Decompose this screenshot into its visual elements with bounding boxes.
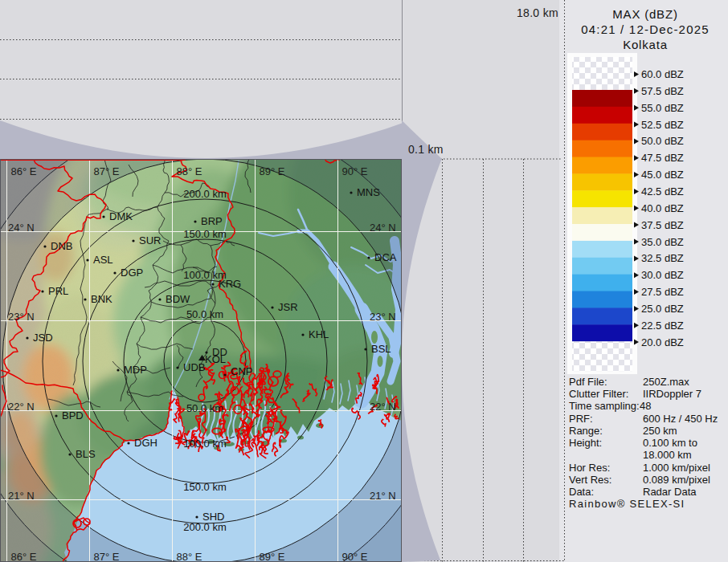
svg-text:86° E: 86° E bbox=[11, 551, 37, 562]
svg-text:47.5 dBZ: 47.5 dBZ bbox=[641, 152, 684, 164]
svg-text:30.0 dBZ: 30.0 dBZ bbox=[641, 269, 684, 281]
svg-text:35.0 dBZ: 35.0 dBZ bbox=[641, 236, 684, 248]
svg-text:0.100 km to: 0.100 km to bbox=[643, 437, 697, 449]
svg-text:23° N: 23° N bbox=[8, 311, 35, 323]
svg-text:DCA: DCA bbox=[374, 251, 397, 263]
svg-text:CNP: CNP bbox=[231, 365, 252, 377]
svg-text:27.5 dBZ: 27.5 dBZ bbox=[641, 286, 684, 298]
svg-text:UDB: UDB bbox=[183, 361, 205, 373]
svg-text:SHD: SHD bbox=[202, 511, 224, 523]
svg-text:18.0 km: 18.0 km bbox=[517, 6, 558, 19]
svg-text:52.5 dBZ: 52.5 dBZ bbox=[641, 119, 684, 131]
svg-text:JSD: JSD bbox=[33, 332, 53, 344]
svg-text:SUR: SUR bbox=[139, 234, 161, 246]
svg-text:90° E: 90° E bbox=[342, 551, 368, 562]
svg-text:Rainbow® SELEX-SI: Rainbow® SELEX-SI bbox=[569, 498, 685, 510]
svg-text:BRP: BRP bbox=[201, 215, 223, 227]
svg-text:Clutter Filter:: Clutter Filter: bbox=[569, 388, 628, 400]
svg-text:250Z.max: 250Z.max bbox=[643, 376, 689, 388]
svg-text:21° N: 21° N bbox=[8, 490, 35, 502]
svg-text:55.0 dBZ: 55.0 dBZ bbox=[641, 102, 684, 114]
svg-text:88° E: 88° E bbox=[177, 551, 202, 562]
svg-text:50.0 km: 50.0 km bbox=[186, 308, 223, 320]
svg-text:PRL: PRL bbox=[48, 285, 68, 297]
svg-text:DGP: DGP bbox=[121, 267, 143, 279]
svg-text:IIRDoppler 7: IIRDoppler 7 bbox=[643, 388, 701, 400]
svg-text:18.000 km: 18.000 km bbox=[643, 449, 692, 461]
svg-text:90° E: 90° E bbox=[342, 165, 368, 177]
svg-text:100.0 km: 100.0 km bbox=[183, 438, 226, 450]
svg-text:MAX (dBZ): MAX (dBZ) bbox=[612, 7, 677, 21]
svg-text:24° N: 24° N bbox=[8, 222, 35, 234]
svg-text:50.0 dBZ: 50.0 dBZ bbox=[641, 135, 684, 147]
svg-text:88° E: 88° E bbox=[177, 165, 202, 177]
svg-text:22° N: 22° N bbox=[370, 401, 396, 413]
svg-text:DNB: DNB bbox=[51, 240, 72, 252]
svg-text:KHL: KHL bbox=[309, 328, 329, 340]
svg-text:200.0 km: 200.0 km bbox=[183, 188, 226, 200]
svg-text:89° E: 89° E bbox=[260, 165, 285, 177]
svg-text:DGH: DGH bbox=[134, 437, 157, 449]
svg-text:86° E: 86° E bbox=[11, 165, 37, 177]
svg-text:Vert Res:: Vert Res: bbox=[569, 474, 611, 486]
svg-text:150.0 km: 150.0 km bbox=[183, 481, 226, 493]
svg-text:0.089 km/pixel: 0.089 km/pixel bbox=[643, 474, 710, 486]
svg-text:DMK: DMK bbox=[109, 210, 133, 222]
svg-text:0.1 km: 0.1 km bbox=[408, 143, 444, 156]
svg-text:87° E: 87° E bbox=[94, 165, 120, 177]
svg-text:Data:: Data: bbox=[569, 486, 594, 498]
svg-text:57.5 dBZ: 57.5 dBZ bbox=[641, 85, 684, 97]
svg-text:Pdf File:: Pdf File: bbox=[569, 376, 607, 388]
svg-text:BSL: BSL bbox=[371, 343, 391, 355]
svg-text:22° N: 22° N bbox=[8, 401, 35, 413]
svg-text:250 km: 250 km bbox=[643, 425, 677, 437]
svg-text:1.000 km/pixel: 1.000 km/pixel bbox=[643, 462, 710, 474]
svg-text:JSR: JSR bbox=[278, 301, 298, 313]
svg-text:40.0 dBZ: 40.0 dBZ bbox=[641, 202, 684, 214]
svg-text:22.5 dBZ: 22.5 dBZ bbox=[641, 320, 684, 332]
svg-text:ASL: ASL bbox=[93, 254, 113, 266]
svg-text:37.5 dBZ: 37.5 dBZ bbox=[641, 219, 684, 231]
svg-text:MDP: MDP bbox=[124, 364, 147, 376]
svg-text:04:21 / 12-Dec-2025: 04:21 / 12-Dec-2025 bbox=[581, 22, 710, 36]
svg-text:Hor Res:: Hor Res: bbox=[569, 462, 610, 474]
svg-text:Height:: Height: bbox=[569, 437, 602, 449]
svg-text:Kolkata: Kolkata bbox=[623, 38, 668, 51]
svg-text:200.0 km: 200.0 km bbox=[183, 521, 226, 533]
svg-text:BPD: BPD bbox=[62, 409, 84, 422]
svg-text:60.0 dBZ: 60.0 dBZ bbox=[641, 68, 684, 80]
svg-text:BLS: BLS bbox=[76, 448, 96, 460]
svg-text:Radar Data: Radar Data bbox=[643, 486, 697, 498]
svg-text:42.5 dBZ: 42.5 dBZ bbox=[641, 185, 684, 198]
svg-text:BDW: BDW bbox=[166, 293, 190, 305]
svg-text:Time sampling:: Time sampling: bbox=[569, 400, 640, 412]
svg-text:87° E: 87° E bbox=[94, 551, 120, 562]
svg-text:50.0 km: 50.0 km bbox=[186, 402, 223, 414]
svg-text:KRG: KRG bbox=[219, 278, 241, 290]
svg-text:KOL: KOL bbox=[205, 353, 226, 365]
svg-text:48: 48 bbox=[640, 400, 651, 412]
svg-text:BNK: BNK bbox=[91, 293, 112, 305]
svg-text:150.0 km: 150.0 km bbox=[183, 228, 226, 240]
svg-text:MNS: MNS bbox=[357, 186, 380, 198]
svg-text:89° E: 89° E bbox=[260, 551, 285, 562]
svg-text:25.0 dBZ: 25.0 dBZ bbox=[641, 303, 684, 315]
svg-text:20.0 dBZ: 20.0 dBZ bbox=[641, 336, 684, 348]
svg-text:PRF:: PRF: bbox=[569, 413, 593, 425]
svg-text:Range:: Range: bbox=[569, 425, 603, 437]
svg-text:32.5 dBZ: 32.5 dBZ bbox=[641, 252, 684, 264]
svg-text:24° N: 24° N bbox=[370, 222, 396, 234]
svg-text:600 Hz / 450 Hz: 600 Hz / 450 Hz bbox=[643, 413, 718, 425]
svg-text:21° N: 21° N bbox=[370, 490, 396, 502]
svg-text:23° N: 23° N bbox=[370, 311, 396, 323]
svg-text:45.0 dBZ: 45.0 dBZ bbox=[641, 169, 684, 181]
